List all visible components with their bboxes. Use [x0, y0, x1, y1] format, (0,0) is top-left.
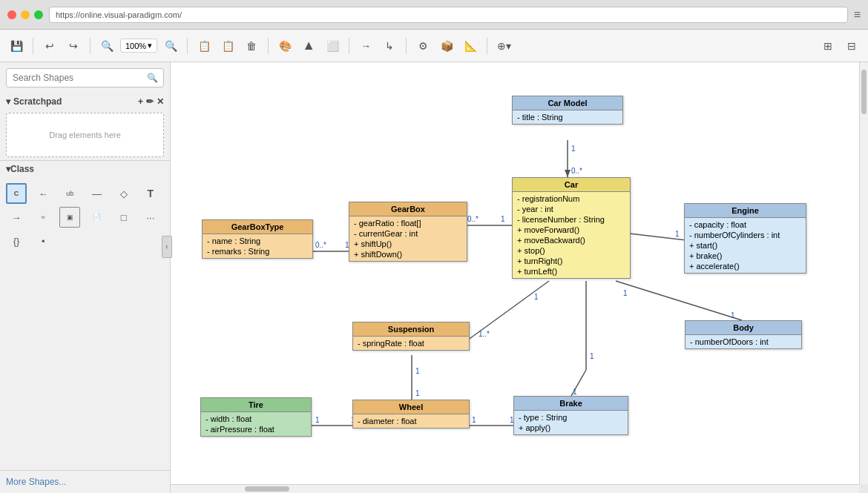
close-button[interactable]: [7, 10, 16, 19]
engine-class-name: Engine: [685, 204, 806, 218]
scroll-thumb-vertical[interactable]: [861, 70, 867, 114]
shape-button[interactable]: ⬜: [322, 36, 343, 56]
svg-text:1: 1: [534, 293, 539, 301]
arrow-right-shape[interactable]: →: [6, 207, 27, 228]
add-button[interactable]: ⊕▾: [493, 36, 514, 56]
diamond-shape[interactable]: ◇: [114, 183, 134, 204]
fullscreen-button[interactable]: ⊟: [841, 36, 862, 56]
scratchpad-placeholder: Drag elements here: [49, 130, 121, 139]
svg-text:1: 1: [315, 416, 320, 424]
redo-button[interactable]: ↪: [63, 36, 84, 56]
engine-class[interactable]: Engine - capacity : float - numberOfCyli…: [684, 203, 806, 274]
brace-shape[interactable]: {}: [6, 231, 27, 251]
suspension-attr-1: - springRate : float: [358, 338, 464, 348]
arrow-left-shape[interactable]: ←: [33, 183, 53, 204]
sidebar-collapse-button[interactable]: ‹: [162, 236, 172, 258]
body-class[interactable]: Body - numberOfDoors : int: [685, 320, 802, 349]
svg-text:1: 1: [573, 388, 577, 396]
panel-toggle-button[interactable]: ⊞: [818, 36, 838, 56]
url-bar[interactable]: https://online.visual-paradigm.com/: [49, 7, 848, 23]
tire-class[interactable]: Tire - width : float - airPressure : flo…: [200, 397, 312, 437]
sequence-shape[interactable]: ≈: [33, 207, 53, 228]
car-class[interactable]: Car - registrationNum - year : int - lic…: [512, 177, 631, 279]
toolbar-separator-2: [90, 38, 91, 54]
svg-text:1: 1: [472, 416, 476, 424]
dot-shape[interactable]: •: [33, 231, 53, 251]
align-button[interactable]: 📐: [460, 36, 481, 56]
car-method-5: + turnLeft(): [517, 266, 625, 277]
wheel-class[interactable]: Wheel - diameter : float: [352, 400, 470, 429]
gearbox-class-name: GearBox: [349, 202, 467, 216]
canvas[interactable]: 1 0..* 1 0..* 0..* 1 1 1 1 1..*: [171, 62, 868, 493]
class-label: Class: [10, 164, 34, 174]
car-model-class-body: - title : String: [513, 110, 622, 124]
paste-button[interactable]: 📋: [217, 36, 238, 56]
edit-scratchpad-button[interactable]: ✏: [146, 96, 154, 107]
engine-attr-1: - capacity : float: [689, 219, 801, 230]
wheel-class-name: Wheel: [353, 400, 469, 414]
waypoint-button[interactable]: ↳: [379, 36, 400, 56]
note-shape[interactable]: 📄: [87, 207, 108, 228]
car-method-1: + moveForward(): [517, 225, 625, 235]
svg-line-19: [571, 370, 586, 396]
class-section-header: ▾ Class: [0, 160, 170, 177]
group-button[interactable]: 📦: [436, 36, 457, 56]
scroll-corner: [859, 484, 868, 493]
maximize-button[interactable]: [34, 10, 43, 19]
svg-text:0..*: 0..*: [315, 241, 326, 249]
engine-method-2: + brake(): [689, 251, 801, 261]
car-method-4: + turnRight(): [517, 256, 625, 266]
search-icon: 🔍: [147, 73, 158, 83]
add-scratchpad-button[interactable]: +: [138, 96, 143, 107]
toolbar-separator-5: [349, 38, 349, 54]
svg-text:0..*: 0..*: [571, 167, 582, 175]
brake-class[interactable]: Brake - type : String + apply(): [513, 396, 628, 435]
arrange-button[interactable]: ⚙: [412, 36, 433, 56]
class-shape-item[interactable]: C: [6, 183, 27, 204]
svg-text:0..*: 0..*: [467, 215, 479, 223]
hamburger-icon[interactable]: ≡: [854, 8, 861, 21]
zoom-out-button[interactable]: 🔍: [96, 36, 117, 56]
more-shapes-button[interactable]: More Shapes...: [0, 470, 170, 493]
scrollbar-vertical[interactable]: [859, 62, 868, 484]
svg-text:1: 1: [501, 215, 505, 223]
copy-button[interactable]: 📋: [194, 36, 214, 56]
scratchpad-label: Scratchpad: [13, 96, 62, 107]
save-button[interactable]: 💾: [6, 36, 27, 56]
scroll-thumb-horizontal[interactable]: [245, 486, 289, 492]
dotline-shape[interactable]: ···: [140, 207, 161, 228]
connector-button[interactable]: →: [355, 36, 376, 56]
text-shape[interactable]: T: [140, 183, 161, 204]
zoom-control[interactable]: 100% ▾: [120, 39, 157, 53]
zoom-level: 100%: [125, 42, 146, 50]
stroke-button[interactable]: ▲: [298, 36, 319, 56]
minimize-button[interactable]: [21, 10, 30, 19]
arrow-down: [565, 170, 571, 177]
rect-shape[interactable]: □: [114, 207, 134, 228]
toolbar-separator-4: [268, 38, 269, 54]
svg-text:1..*: 1..*: [479, 330, 490, 338]
gearbox-attr-1: - gearRatio : float[]: [354, 218, 462, 228]
gearboxtype-class[interactable]: GearBoxType - name : String - remarks : …: [202, 219, 313, 259]
canvas-inner: 1 0..* 1 0..* 0..* 1 1 1 1 1..*: [171, 62, 868, 493]
car-model-class[interactable]: Car Model - title : String: [512, 96, 623, 125]
fill-button[interactable]: 🎨: [274, 36, 295, 56]
zoom-in-button[interactable]: 🔍: [160, 36, 181, 56]
line-shape[interactable]: —: [87, 183, 108, 204]
delete-button[interactable]: 🗑: [241, 36, 262, 56]
suspension-class[interactable]: Suspension - springRate : float: [352, 322, 470, 351]
ub-shape[interactable]: ub: [59, 183, 80, 204]
wheel-attr-1: - diameter : float: [358, 416, 464, 426]
svg-text:1: 1: [571, 145, 576, 153]
class2-shape[interactable]: ▣: [59, 207, 80, 228]
gearbox-method-2: + shiftDown(): [354, 249, 462, 259]
undo-button[interactable]: ↩: [39, 36, 60, 56]
gearbox-class[interactable]: GearBox - gearRatio : float[] - currentG…: [349, 202, 467, 262]
close-scratchpad-button[interactable]: ✕: [157, 96, 164, 107]
search-input[interactable]: [6, 68, 164, 87]
main-layout: 🔍 ▾ Scratchpad + ✏ ✕ Drag elements here …: [0, 62, 868, 493]
car-model-attr-1: - title : String: [517, 112, 618, 122]
scrollbar-horizontal[interactable]: [171, 484, 859, 493]
car-attr-3: - licenseNumber : String: [517, 214, 625, 225]
suspension-class-name: Suspension: [353, 322, 469, 337]
